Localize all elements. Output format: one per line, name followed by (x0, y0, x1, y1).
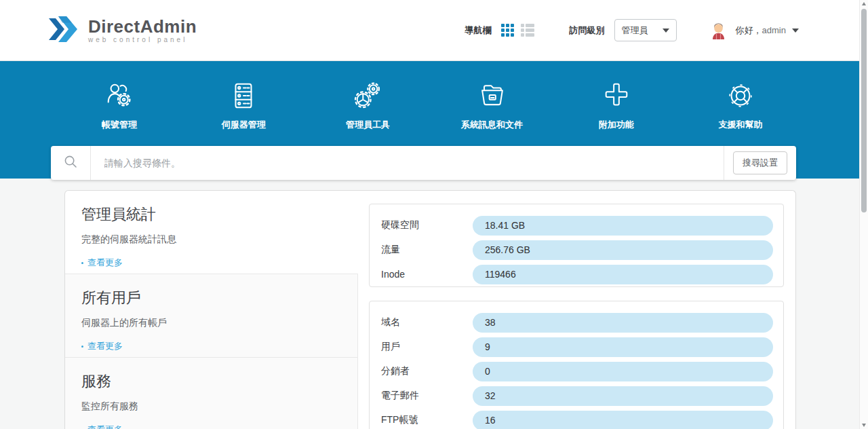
gears-icon (352, 80, 383, 111)
search-button[interactable] (51, 146, 91, 180)
avatar (709, 21, 728, 39)
stat-value: 119466 (473, 269, 516, 280)
section-title: 所有用戶 (81, 288, 341, 308)
stat-value: 38 (473, 317, 496, 328)
stat-value: 256.76 GB (473, 244, 530, 255)
see-more-link[interactable]: 查看更多 (81, 424, 123, 429)
dashboard-card: 管理員統計 完整的伺服器統計訊息 查看更多 所有用戶 伺服器上的所有帳戶 查看更… (64, 190, 796, 429)
stat-row-resellers: 分銷者 0 (370, 359, 783, 384)
username: admin (762, 25, 786, 35)
nav-item-label: 管理員工具 (346, 119, 390, 131)
search-icon (64, 155, 77, 171)
user-chevron-down-icon (792, 29, 799, 33)
primary-nav: 帳號管理 伺服器管理 (65, 80, 795, 131)
search-settings-button[interactable]: 搜尋設置 (733, 151, 787, 174)
stat-label: 電子郵件 (381, 390, 473, 402)
section-admin-statistics: 管理員統計 完整的伺服器統計訊息 查看更多 (65, 191, 358, 274)
logo-chevrons-icon (46, 14, 81, 47)
section-subtitle: 監控所有服務 (81, 400, 341, 413)
scroll-down-arrow-icon[interactable] (862, 424, 866, 427)
access-level-label: 訪問級別 (570, 24, 605, 37)
see-more-link[interactable]: 查看更多 (81, 340, 123, 352)
stat-value: 9 (473, 341, 490, 352)
list-layout-icon[interactable] (521, 24, 534, 37)
stat-row-disk-space: 硬碟空間 18.41 GB (370, 213, 783, 238)
stat-pill: 18.41 GB (473, 216, 773, 236)
nav-item-system-info-files[interactable]: 系統訊息和文件 (438, 80, 547, 131)
section-title: 管理員統計 (81, 204, 342, 225)
nav-item-label: 系統訊息和文件 (461, 119, 523, 131)
stat-value: 0 (473, 366, 490, 377)
bullet-dot-icon (81, 262, 83, 264)
access-level-value: 管理員 (622, 24, 648, 37)
section-all-users: 所有用戶 伺服器上的所有帳戶 查看更多 (65, 274, 358, 358)
stat-label: 用戶 (381, 341, 473, 353)
stat-row-bandwidth: 流量 256.76 GB (370, 238, 783, 262)
stat-label: FTP帳號 (381, 414, 473, 426)
nav-item-label: 支援和幫助 (718, 119, 762, 131)
stat-value: 32 (473, 390, 496, 401)
stat-row-users: 用戶 9 (370, 335, 783, 359)
stat-label: 流量 (381, 244, 473, 256)
stat-value: 18.41 GB (473, 220, 525, 231)
stat-row-ftp-accounts: FTP帳號 16 (370, 408, 783, 429)
nav-item-label: 帳號管理 (102, 119, 137, 131)
stat-pill: 256.76 GB (473, 240, 773, 260)
counts-stats-card: 域名 38 用戶 9 分銷者 0 電子郵件 32 FTP帳號 16 (369, 301, 784, 429)
lifebuoy-icon (725, 80, 756, 111)
stat-pill: 38 (473, 313, 773, 333)
search-bar: 搜尋設置 (51, 146, 796, 180)
search-input[interactable] (91, 146, 724, 180)
greeting-text: 你好，admin (736, 24, 786, 37)
nav-item-server-management[interactable]: 伺服器管理 (189, 80, 298, 131)
user-menu[interactable]: 你好，admin (709, 21, 799, 39)
search-settings-cell: 搜尋設置 (724, 146, 796, 180)
scrollbar-thumb[interactable] (861, 9, 867, 212)
usage-stats-card: 硬碟空間 18.41 GB 流量 256.76 GB Inode 119466 (369, 204, 784, 287)
nav-item-admin-tools[interactable]: 管理員工具 (313, 80, 422, 131)
grid-layout-icon[interactable] (501, 24, 514, 37)
directadmin-logo[interactable]: DirectAdmin web control panel (46, 14, 197, 47)
see-more-link[interactable]: 查看更多 (81, 257, 123, 269)
directadmin-dashboard: DirectAdmin web control panel 導航欄 訪問級別 管… (0, 0, 868, 429)
stat-row-emails: 電子郵件 32 (370, 384, 783, 408)
folder-file-icon (477, 80, 508, 111)
stat-pill: 119466 (473, 265, 773, 284)
nav-item-accounts[interactable]: 帳號管理 (65, 80, 174, 131)
stat-pill: 9 (473, 337, 773, 357)
server-stack-icon (228, 80, 259, 111)
stat-label: Inode (381, 269, 473, 280)
stat-pill: 0 (473, 362, 773, 381)
nav-layout-label: 導航欄 (465, 24, 492, 37)
nav-item-support-help[interactable]: 支援和幫助 (686, 80, 795, 131)
vertical-scrollbar[interactable] (859, 0, 868, 429)
stat-row-domains: 域名 38 (370, 310, 783, 335)
section-services: 服務 監控所有服務 查看更多 (65, 358, 358, 429)
header-controls: 導航欄 訪問級別 管理員 (465, 19, 799, 41)
nav-item-label: 伺服器管理 (222, 119, 266, 131)
scroll-up-arrow-icon[interactable] (862, 2, 866, 5)
stat-pill: 32 (473, 386, 773, 406)
stat-label: 分銷者 (381, 365, 473, 377)
section-subtitle: 完整的伺服器統計訊息 (81, 234, 342, 246)
stat-pill: 16 (473, 411, 773, 429)
section-title: 服務 (81, 371, 341, 392)
stat-value: 16 (473, 415, 496, 426)
chevron-down-icon (663, 29, 669, 33)
section-subtitle: 伺服器上的所有帳戶 (81, 317, 341, 329)
stat-label: 域名 (381, 316, 473, 329)
top-header: DirectAdmin web control panel 導航欄 訪問級別 管… (0, 0, 868, 61)
nav-item-extra-features[interactable]: 附加功能 (562, 80, 671, 131)
stat-row-inode: Inode 119466 (370, 262, 783, 286)
users-gear-icon (104, 80, 135, 111)
access-level-dropdown[interactable]: 管理員 (614, 19, 677, 41)
bullet-dot-icon (81, 346, 83, 348)
nav-item-label: 附加功能 (599, 119, 634, 131)
plus-icon (601, 80, 632, 111)
stat-label: 硬碟空間 (381, 219, 473, 231)
brand-tagline: web control panel (88, 37, 197, 43)
brand-name: DirectAdmin (88, 18, 197, 35)
